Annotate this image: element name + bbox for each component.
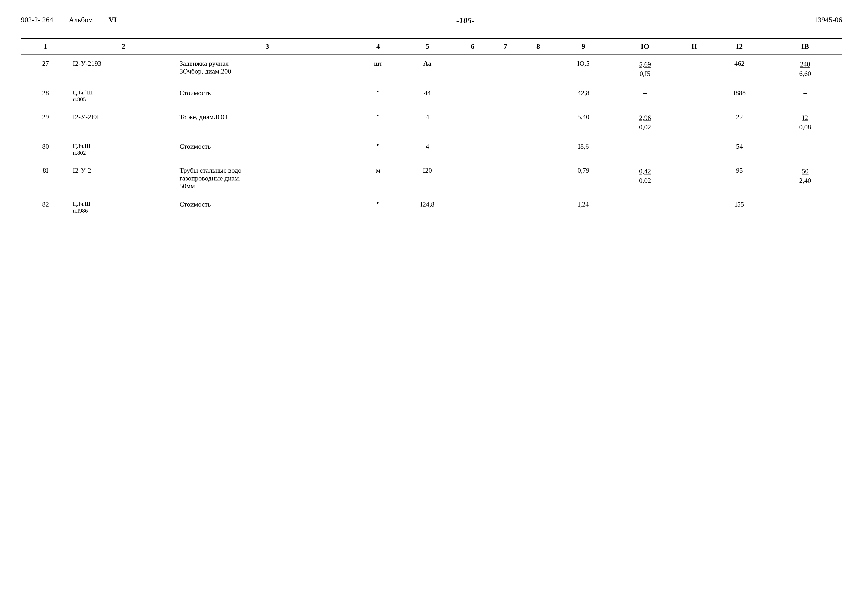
spacer xyxy=(21,80,842,84)
row-col8 xyxy=(522,108,555,133)
spacer xyxy=(21,133,842,137)
row-unit: " xyxy=(357,195,398,215)
col-header-10: IO xyxy=(612,39,678,54)
col-header-2: 2 xyxy=(70,39,177,54)
row-col11 xyxy=(678,162,711,191)
row-col12: 95 xyxy=(710,162,768,191)
row-col11 xyxy=(678,54,711,80)
right-code: 13945-06 xyxy=(814,16,842,24)
table-row: 29 I2-У-2I9I То же, диам.IOO " 4 5,40 2,… xyxy=(21,108,842,133)
row-col12: 22 xyxy=(710,108,768,133)
row-col7 xyxy=(489,84,522,104)
row-code: I2-У-2193 xyxy=(70,54,177,80)
row-col6 xyxy=(456,84,489,104)
table-row: 8I" I2-У-2 Трубы стальные водо-газопрово… xyxy=(21,162,842,191)
row-desc: Задвижка ручнаяЗОчбор, диам.200 xyxy=(177,54,357,80)
main-table: I 2 3 4 5 6 7 8 9 IO II I2 IB 27 I2-У-21… xyxy=(21,38,842,215)
row-col10: 0,42 0,02 xyxy=(612,162,678,191)
row-col8 xyxy=(522,162,555,191)
row-desc: Трубы стальные водо-газопроводные диам.5… xyxy=(177,162,357,191)
row-col7 xyxy=(489,54,522,80)
row-num: 29 xyxy=(21,108,70,133)
row-col13: 248 6,60 xyxy=(768,54,842,80)
row-num: 80 xyxy=(21,137,70,157)
row-unit: " xyxy=(357,108,398,133)
row-col13: 50 2,40 xyxy=(768,162,842,191)
row-col6 xyxy=(456,54,489,80)
row-col8 xyxy=(522,137,555,157)
row-desc: Стоимость xyxy=(177,137,357,157)
row-col10: 5,69 0,I5 xyxy=(612,54,678,80)
row-col9: IO,5 xyxy=(555,54,612,80)
row-col12: 462 xyxy=(710,54,768,80)
row-desc: Стоимость xyxy=(177,195,357,215)
row-col9: 5,40 xyxy=(555,108,612,133)
col-header-12: I2 xyxy=(710,39,768,54)
row-col8 xyxy=(522,84,555,104)
col-header-8: 8 xyxy=(522,39,555,54)
table-row: 27 I2-У-2193 Задвижка ручнаяЗОчбор, диам… xyxy=(21,54,842,80)
col-header-4: 4 xyxy=(357,39,398,54)
row-col9: 0,79 xyxy=(555,162,612,191)
col-header-5: 5 xyxy=(399,39,456,54)
row-col8 xyxy=(522,195,555,215)
row-col9: I,24 xyxy=(555,195,612,215)
table-row: 82 Ц.Iч.Шп.I986 Стоимость " I24,8 I,24 –… xyxy=(21,195,842,215)
row-col11 xyxy=(678,195,711,215)
page-number: -105- xyxy=(457,16,474,25)
row-col9: 42,8 xyxy=(555,84,612,104)
row-col5: I20 xyxy=(399,162,456,191)
header-left: 902-2- 264 Альбом VI xyxy=(21,16,117,24)
row-col13: I2 0,08 xyxy=(768,108,842,133)
col-header-13: IB xyxy=(768,39,842,54)
row-col10 xyxy=(612,137,678,157)
row-col10: – xyxy=(612,84,678,104)
row-col10: – xyxy=(612,195,678,215)
row-unit: " xyxy=(357,84,398,104)
row-col9: I8,6 xyxy=(555,137,612,157)
row-col13: – xyxy=(768,84,842,104)
row-col6 xyxy=(456,195,489,215)
row-col13: – xyxy=(768,195,842,215)
row-col12: 54 xyxy=(710,137,768,157)
col-header-11: II xyxy=(678,39,711,54)
row-col5: I24,8 xyxy=(399,195,456,215)
row-col12: I55 xyxy=(710,195,768,215)
col-header-1: I xyxy=(21,39,70,54)
row-col11 xyxy=(678,137,711,157)
row-num: 28 xyxy=(21,84,70,104)
row-num: 27 xyxy=(21,54,70,80)
row-col5: 4 xyxy=(399,108,456,133)
spacer xyxy=(21,104,842,108)
row-col10: 2,96 0,02 xyxy=(612,108,678,133)
row-code: Ц.Iч.Шп.802 xyxy=(70,137,177,157)
row-col6 xyxy=(456,108,489,133)
col-header-7: 7 xyxy=(489,39,522,54)
col-header-9: 9 xyxy=(555,39,612,54)
row-code: Ц.Iч.⁴Шп.805 xyxy=(70,84,177,104)
row-unit: м xyxy=(357,162,398,191)
table-row: 28 Ц.Iч.⁴Шп.805 Стоимость " 44 42,8 – I8… xyxy=(21,84,842,104)
row-col7 xyxy=(489,108,522,133)
row-col13: – xyxy=(768,137,842,157)
row-col6 xyxy=(456,162,489,191)
row-col8 xyxy=(522,54,555,80)
page-header: 902-2- 264 Альбом VI -105- 13945-06 xyxy=(21,16,842,28)
row-code: Ц.Iч.Шп.I986 xyxy=(70,195,177,215)
row-col7 xyxy=(489,162,522,191)
spacer xyxy=(21,191,842,195)
row-col11 xyxy=(678,108,711,133)
row-num: 82 xyxy=(21,195,70,215)
row-desc: Стоимость xyxy=(177,84,357,104)
row-col5: 44 xyxy=(399,84,456,104)
album-number: VI xyxy=(109,16,117,24)
row-num: 8I" xyxy=(21,162,70,191)
spacer xyxy=(21,157,842,162)
row-col6 xyxy=(456,137,489,157)
row-col11 xyxy=(678,84,711,104)
album-label: Альбом xyxy=(69,16,93,24)
row-unit: шт xyxy=(357,54,398,80)
row-unit: " xyxy=(357,137,398,157)
col-header-3: 3 xyxy=(177,39,357,54)
row-col7 xyxy=(489,195,522,215)
